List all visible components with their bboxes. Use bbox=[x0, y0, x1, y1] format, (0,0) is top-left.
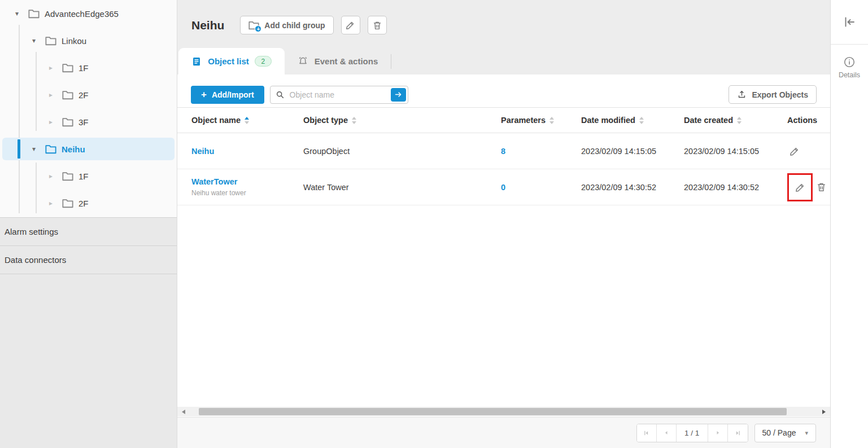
caret-right-icon[interactable]: ▸ bbox=[46, 64, 55, 72]
tree-item-neihu-selected[interactable]: ▾ Neihu bbox=[2, 138, 175, 160]
sort-icons bbox=[245, 117, 249, 124]
tab-label: Object list bbox=[208, 56, 249, 66]
column-label: Object name bbox=[191, 116, 241, 125]
tree-item-linkou-1f[interactable]: ▸ 1F bbox=[0, 54, 177, 81]
column-header-actions: Actions bbox=[787, 116, 830, 125]
delete-group-button[interactable] bbox=[368, 16, 387, 34]
add-child-group-button[interactable]: + Add child group bbox=[240, 16, 333, 34]
tab-object-list[interactable]: Object list 2 bbox=[178, 48, 285, 74]
edit-group-button[interactable] bbox=[341, 16, 360, 34]
column-label: Parameters bbox=[501, 116, 546, 125]
caret-down-icon[interactable]: ▾ bbox=[29, 37, 38, 45]
scroll-right-button[interactable] bbox=[818, 407, 830, 416]
collapse-panel-button[interactable] bbox=[831, 0, 868, 44]
tree-item-linkou[interactable]: ▾ Linkou bbox=[0, 27, 177, 54]
edit-object-button[interactable] bbox=[793, 180, 808, 195]
object-type-cell: Water Tower bbox=[303, 183, 501, 192]
details-button[interactable]: Details bbox=[839, 56, 860, 79]
pager: 1 / 1 bbox=[636, 424, 748, 442]
table-header-row: Object name Object type Parameters Date … bbox=[177, 107, 830, 133]
page-header-band: Neihu + Add child group bbox=[177, 0, 830, 74]
tab-divider bbox=[391, 54, 391, 69]
highlight-red-box bbox=[787, 173, 813, 201]
search-input[interactable] bbox=[289, 90, 391, 100]
search-box bbox=[270, 86, 408, 104]
column-header-date-created[interactable]: Date created bbox=[684, 116, 787, 125]
prev-page-button[interactable] bbox=[657, 424, 677, 442]
triangle-left-icon bbox=[182, 410, 185, 414]
tab-event-actions[interactable]: Event & actions bbox=[285, 48, 391, 74]
rail-divider bbox=[831, 44, 868, 45]
tree-item-linkou-3f[interactable]: ▸ 3F bbox=[0, 108, 177, 135]
tree-item-linkou-2f[interactable]: ▸ 2F bbox=[0, 81, 177, 108]
object-type-cell: GroupObject bbox=[303, 147, 501, 156]
caret-right-icon[interactable]: ▸ bbox=[46, 91, 55, 99]
pagination-bar: 1 / 1 50 / Page ▾ bbox=[177, 418, 830, 448]
parameters-cell: 8 bbox=[501, 147, 581, 156]
column-label: Actions bbox=[787, 116, 817, 125]
collapse-left-icon bbox=[843, 15, 856, 29]
scrollbar-track[interactable] bbox=[190, 407, 818, 416]
object-name-link[interactable]: Neihu bbox=[191, 147, 214, 156]
sort-icons bbox=[639, 117, 644, 124]
app-root: ▾ AdvantechEdge365 ▾ Linkou ▸ 1F bbox=[0, 0, 868, 448]
selection-accent-bar bbox=[18, 139, 20, 159]
parameters-count-link[interactable]: 0 bbox=[501, 183, 505, 192]
right-rail: Details bbox=[830, 0, 868, 448]
sidebar-item-alarm-settings[interactable]: Alarm settings bbox=[0, 218, 177, 246]
sidebar-bottom-menu: Alarm settings Data connectors bbox=[0, 217, 177, 448]
horizontal-scrollbar bbox=[177, 407, 830, 416]
caret-down-icon[interactable]: ▾ bbox=[29, 145, 38, 153]
parameters-cell: 0 bbox=[501, 183, 581, 192]
column-header-date-modified[interactable]: Date modified bbox=[581, 116, 684, 125]
column-header-object-type[interactable]: Object type bbox=[303, 116, 501, 125]
group-tree: ▾ AdvantechEdge365 ▾ Linkou ▸ 1F bbox=[0, 0, 177, 217]
tree-item-label: 1F bbox=[78, 172, 89, 181]
tree-item-advantechedge365[interactable]: ▾ AdvantechEdge365 bbox=[0, 0, 177, 27]
triangle-right-icon bbox=[822, 410, 826, 414]
scrollbar-thumb[interactable] bbox=[199, 408, 787, 415]
caret-right-icon[interactable]: ▸ bbox=[46, 118, 55, 126]
toolbar: + Add/Import Export bbox=[177, 74, 830, 107]
caret-down-icon[interactable]: ▾ bbox=[12, 10, 21, 17]
column-label: Date created bbox=[684, 116, 733, 125]
column-header-parameters[interactable]: Parameters bbox=[501, 116, 581, 125]
trash-icon bbox=[816, 182, 827, 192]
tab-label: Event & actions bbox=[315, 56, 378, 66]
add-import-button[interactable]: + Add/Import bbox=[191, 86, 264, 104]
export-label: Export Objects bbox=[752, 90, 808, 99]
object-name-link[interactable]: WaterTower bbox=[191, 177, 237, 186]
search-submit-button[interactable] bbox=[391, 88, 406, 102]
sidebar-item-data-connectors[interactable]: Data connectors bbox=[0, 246, 177, 274]
parameters-count-link[interactable]: 8 bbox=[501, 147, 505, 156]
delete-object-button[interactable] bbox=[814, 180, 828, 195]
tree-item-neihu-1f[interactable]: ▸ 1F bbox=[0, 162, 177, 190]
edit-object-button[interactable] bbox=[787, 144, 802, 159]
page-title: Neihu bbox=[191, 19, 224, 32]
plus-icon: + bbox=[201, 89, 207, 100]
page-size-dropdown[interactable]: 50 / Page ▾ bbox=[754, 424, 816, 442]
export-objects-button[interactable]: Export Objects bbox=[729, 85, 817, 104]
menu-label: Alarm settings bbox=[5, 227, 58, 236]
table-row-watertower: WaterTower Neihu water tower Water Tower… bbox=[177, 169, 830, 205]
object-name-cell: WaterTower Neihu water tower bbox=[177, 177, 303, 197]
column-label: Object type bbox=[303, 116, 348, 125]
next-page-button[interactable] bbox=[708, 424, 728, 442]
pencil-icon bbox=[789, 146, 800, 157]
folder-icon bbox=[62, 90, 73, 100]
object-count-badge: 2 bbox=[255, 56, 272, 67]
folder-icon bbox=[62, 198, 73, 208]
date-modified-cell: 2023/02/09 14:15:05 bbox=[581, 147, 684, 156]
caret-right-icon[interactable]: ▸ bbox=[46, 199, 55, 207]
first-page-button[interactable] bbox=[637, 424, 657, 442]
page-header: Neihu + Add child group bbox=[177, 0, 830, 34]
trash-icon bbox=[372, 20, 382, 30]
last-page-button[interactable] bbox=[728, 424, 748, 442]
caret-right-icon[interactable]: ▸ bbox=[46, 172, 55, 180]
tab-bar: Object list 2 Event & actions bbox=[177, 48, 391, 74]
folder-icon bbox=[45, 36, 56, 46]
column-header-object-name[interactable]: Object name bbox=[177, 116, 303, 125]
add-child-group-label: Add child group bbox=[264, 21, 325, 30]
tree-item-neihu-2f[interactable]: ▸ 2F bbox=[0, 190, 177, 217]
scroll-left-button[interactable] bbox=[177, 407, 190, 416]
